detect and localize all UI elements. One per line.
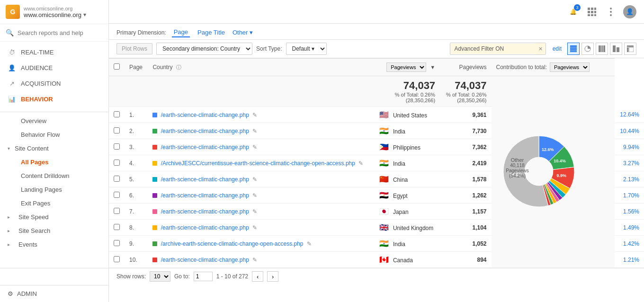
- row-5-pct: 2.13%: [615, 171, 644, 187]
- dim-tab-other[interactable]: Other ▾: [233, 29, 253, 36]
- row-5-link[interactable]: /earth-science-climatic-change.php: [161, 176, 249, 183]
- sidebar-item-landing-pages[interactable]: Landing Pages: [0, 183, 108, 196]
- row-4-num: 4.: [125, 155, 148, 171]
- row-5-checkbox[interactable]: [114, 176, 120, 182]
- country-info-icon: ⓘ: [176, 64, 181, 70]
- svg-rect-8: [594, 14, 596, 16]
- row-4-edit-icon[interactable]: ✎: [358, 160, 363, 167]
- user-avatar[interactable]: 👤: [623, 5, 636, 18]
- row-9-checkbox[interactable]: [114, 240, 120, 246]
- row-2-flag: 🇮🇳: [379, 127, 389, 135]
- row-6-checkbox[interactable]: [114, 192, 120, 198]
- row-3-edit-icon[interactable]: ✎: [252, 144, 257, 151]
- col-checkbox: [109, 59, 125, 76]
- more-button[interactable]: [604, 5, 617, 18]
- search-input[interactable]: [18, 29, 103, 36]
- row-6-flag: 🇪🇬: [379, 191, 389, 199]
- events-label: Events: [18, 241, 37, 248]
- secondary-dimension-select[interactable]: Secondary dimension: Country: [156, 43, 252, 55]
- page-range: 1 - 10 of 272: [216, 273, 248, 280]
- sidebar-item-overview[interactable]: Overview: [0, 114, 108, 128]
- pageviews-selector[interactable]: Pageviews: [386, 62, 426, 72]
- row-1-link[interactable]: /earth-science-climatic-change.php: [161, 112, 249, 118]
- row-3-num: 3.: [125, 139, 148, 155]
- prev-page-button[interactable]: ‹: [252, 271, 263, 282]
- select-all-checkbox[interactable]: [114, 63, 120, 70]
- row-2-edit-icon[interactable]: ✎: [252, 128, 257, 134]
- row-10-pct: 1.21%: [615, 252, 644, 268]
- row-9-link[interactable]: /archive-earth-science-climatic-change-o…: [161, 240, 304, 247]
- row-2-checkbox[interactable]: [114, 127, 120, 133]
- pie-other-label: Other 40,118 Pageviews (54.2%): [501, 157, 534, 178]
- row-5-num: 5.: [125, 171, 148, 187]
- nav-section-main: ⏱ REAL-TIME 👤 AUDIENCE ↗ ACQUISITION 📊 B…: [0, 42, 108, 110]
- row-4-link[interactable]: /ArchiveJESCC/currentissue-earth-science…: [161, 160, 355, 167]
- row-5-edit-icon[interactable]: ✎: [252, 176, 257, 183]
- sidebar-item-content-drilldown[interactable]: Content Drilldown: [0, 169, 108, 183]
- sidebar-item-site-speed[interactable]: ▸ Site Speed: [0, 210, 108, 224]
- row-3-link[interactable]: /earth-science-climatic-change.php: [161, 144, 249, 151]
- row-8-country: 🇬🇧 United Kingdom: [375, 220, 440, 236]
- row-10-edit-icon[interactable]: ✎: [252, 257, 257, 263]
- sidebar-item-acquisition[interactable]: ↗ ACQUISITION: [0, 76, 108, 91]
- edit-link[interactable]: edit: [553, 45, 562, 52]
- sidebar-item-behavior[interactable]: 📊 BEHAVIOR: [0, 91, 108, 107]
- dim-tab-page[interactable]: Page: [172, 27, 190, 37]
- goto-input[interactable]: [194, 272, 213, 281]
- row-9-country: 🇮🇳 India: [375, 236, 440, 252]
- row-7-edit-icon[interactable]: ✎: [252, 208, 257, 215]
- apps-button[interactable]: [585, 5, 599, 18]
- row-4-checkbox[interactable]: [114, 160, 120, 166]
- view-comparison-button[interactable]: [610, 43, 622, 55]
- domain-selector[interactable]: www.omicsonline.org ▾: [24, 11, 86, 18]
- row-7-pageviews: 1,157: [440, 204, 491, 220]
- row-10-checkbox[interactable]: [114, 256, 120, 262]
- view-icons: [567, 43, 636, 55]
- view-list-button[interactable]: [596, 43, 608, 55]
- row-3-checkbox[interactable]: [114, 143, 120, 150]
- sidebar-item-behavior-flow[interactable]: Behavior Flow: [0, 128, 108, 142]
- row-8-page: /earth-science-climatic-change.php ✎: [148, 220, 374, 236]
- row-6-link[interactable]: /earth-science-climatic-change.php: [161, 192, 249, 199]
- show-rows-select[interactable]: 10: [150, 271, 170, 282]
- sidebar-item-site-content[interactable]: ▾ Site Content: [0, 142, 108, 155]
- row-8-checkbox[interactable]: [114, 224, 120, 230]
- filter-input[interactable]: [450, 44, 536, 54]
- row-6-edit-icon[interactable]: ✎: [252, 192, 257, 199]
- row-8-edit-icon[interactable]: ✎: [252, 224, 257, 231]
- row-7-link[interactable]: /earth-science-climatic-change.php: [161, 208, 249, 215]
- bottom-bar: Show rows: 10 Go to: 1 - 10 of 272 ‹ ›: [109, 268, 644, 284]
- view-pie-button[interactable]: [581, 43, 594, 55]
- next-page-button[interactable]: ›: [267, 271, 278, 282]
- row-9-color: [152, 241, 157, 246]
- sort-type-select[interactable]: Default ▾: [286, 43, 327, 55]
- row-7-checkbox[interactable]: [114, 208, 120, 214]
- sidebar-item-events[interactable]: ▸ Events: [0, 238, 108, 251]
- row-3-country: 🇵🇭 Philippines: [375, 139, 440, 155]
- row-9-edit-icon[interactable]: ✎: [307, 240, 312, 247]
- notification-button[interactable]: 🔔 3: [566, 5, 580, 18]
- row-6-page: /earth-science-climatic-change.php ✎: [148, 187, 374, 204]
- view-table-button[interactable]: [567, 43, 580, 55]
- row-1-edit-icon[interactable]: ✎: [252, 112, 257, 118]
- sidebar-admin[interactable]: ⚙ ADMIN: [0, 285, 108, 302]
- row-1-checkbox[interactable]: [114, 111, 120, 117]
- audience-icon: 👤: [8, 64, 16, 71]
- sidebar-item-realtime[interactable]: ⏱ REAL-TIME: [0, 44, 108, 60]
- sidebar-item-all-pages[interactable]: All Pages: [0, 155, 108, 169]
- filter-clear-button[interactable]: ×: [536, 43, 545, 54]
- view-pivot-button[interactable]: [624, 43, 636, 55]
- row-2-link[interactable]: /earth-science-climatic-change.php: [161, 128, 249, 134]
- total-row: 74,037 % of Total: 0.26% (28,350,266) 74…: [109, 76, 644, 107]
- total-check: [109, 76, 125, 107]
- row-8-link[interactable]: /earth-science-climatic-change.php: [161, 224, 249, 231]
- contribution-selector[interactable]: Pageviews: [550, 62, 590, 72]
- total-pageviews-2: 74,037 % of Total: 0.26% (28,350,266): [440, 76, 491, 107]
- sidebar-item-exit-pages[interactable]: Exit Pages: [0, 196, 108, 210]
- row-10-link[interactable]: /earth-science-climatic-change.php: [161, 257, 249, 263]
- sidebar-item-site-search[interactable]: ▸ Site Search: [0, 224, 108, 238]
- sidebar-item-audience[interactable]: 👤 AUDIENCE: [0, 60, 108, 76]
- plot-rows-button[interactable]: Plot Rows: [116, 43, 152, 54]
- dim-tab-page-title[interactable]: Page Title: [196, 28, 227, 37]
- row-10-color: [152, 258, 157, 262]
